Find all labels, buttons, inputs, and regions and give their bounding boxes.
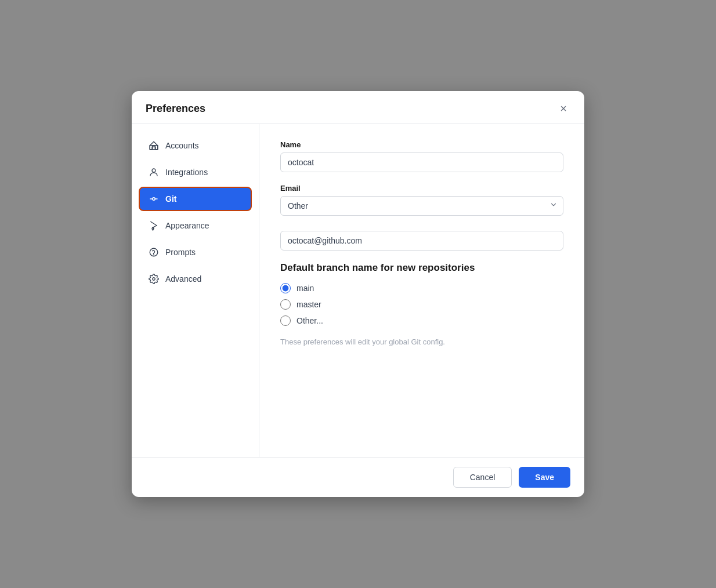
sidebar-item-integrations[interactable]: Integrations [139,160,252,184]
save-button[interactable]: Save [519,467,570,488]
sidebar-item-accounts[interactable]: Accounts [139,133,252,158]
dialog-body: Accounts Integrations [132,124,584,457]
svg-point-1 [152,169,156,172]
git-icon [148,193,160,205]
branch-section-title: Default branch name for new repositories [280,262,563,274]
sidebar-item-git[interactable]: Git [139,187,252,211]
radio-master[interactable] [280,299,291,310]
email-select[interactable]: Other octocat@github.com No Reply [280,196,563,216]
name-field-group: Name [280,140,563,172]
sidebar-advanced-label: Advanced [165,274,201,284]
sidebar-prompts-label: Prompts [165,248,196,257]
name-input[interactable] [280,153,563,172]
sidebar: Accounts Integrations [132,124,259,457]
radio-master-label: master [296,300,321,309]
sidebar-item-advanced[interactable]: Advanced [139,267,252,291]
dialog-title: Preferences [146,103,205,115]
brush-icon [148,220,160,231]
branch-section: Default branch name for new repositories… [280,262,563,346]
email-label: Email [280,184,563,193]
name-label: Name [280,140,563,149]
radio-item-main[interactable]: main [280,283,563,293]
dialog-footer: Cancel Save [132,457,584,497]
radio-item-master[interactable]: master [280,299,563,310]
email-input[interactable] [280,231,563,251]
radio-other[interactable] [280,315,291,326]
sidebar-item-prompts[interactable]: Prompts [139,240,252,264]
main-content: Name Email Other octocat@github.com No R… [259,124,584,457]
svg-rect-0 [150,146,158,150]
svg-point-7 [153,278,156,281]
person-icon [148,166,160,178]
preferences-dialog: Preferences × Accounts [132,91,584,497]
sidebar-git-label: Git [165,194,176,204]
gear-icon [148,273,160,285]
email-select-wrapper: Other octocat@github.com No Reply [280,196,563,216]
sidebar-appearance-label: Appearance [165,221,209,230]
sidebar-integrations-label: Integrations [165,168,208,177]
branch-radio-group: main master Other... [280,283,563,326]
dialog-header: Preferences × [132,91,584,124]
svg-point-6 [154,255,154,255]
email-field-group: Email Other octocat@github.com No Reply [280,184,563,251]
radio-main-label: main [296,284,314,293]
radio-item-other[interactable]: Other... [280,315,563,326]
home-icon [148,140,160,151]
radio-main[interactable] [280,283,291,293]
git-config-hint: These preferences will edit your global … [280,337,563,346]
help-circle-icon [148,246,160,258]
dialog-overlay: Preferences × Accounts [0,0,716,588]
close-button[interactable]: × [556,101,570,115]
cancel-button[interactable]: Cancel [453,467,512,488]
sidebar-item-appearance[interactable]: Appearance [139,213,252,238]
sidebar-accounts-label: Accounts [165,141,199,150]
radio-other-label: Other... [296,316,323,325]
